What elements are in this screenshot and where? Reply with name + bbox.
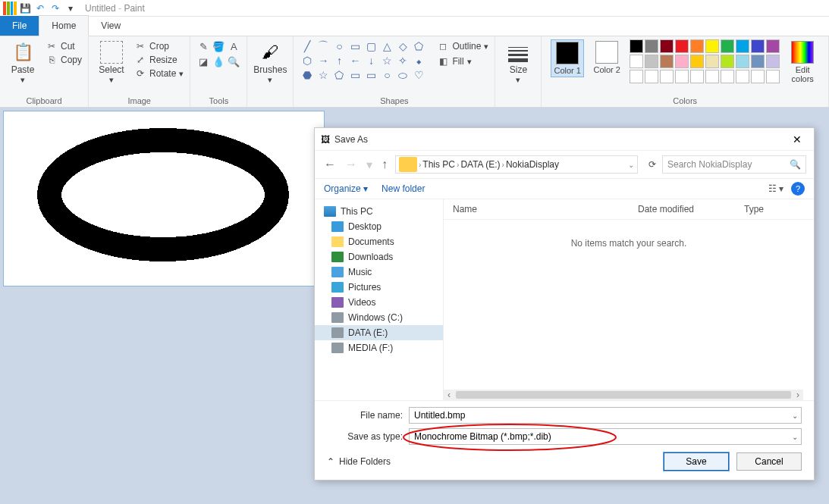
tree-drive-f[interactable]: MEDIA (F:) bbox=[315, 340, 443, 355]
tab-file[interactable]: File bbox=[0, 16, 39, 36]
palette-swatch-empty[interactable] bbox=[675, 70, 689, 83]
dialog-titlebar: 🖼 Save As ✕ bbox=[315, 128, 814, 151]
rotate-button[interactable]: ⟳Rotate ▾ bbox=[134, 67, 184, 80]
tree-drive-e[interactable]: DATA (E:) bbox=[315, 325, 443, 340]
tab-view[interactable]: View bbox=[89, 16, 133, 36]
palette-swatch-empty[interactable] bbox=[736, 70, 749, 83]
palette-swatch[interactable] bbox=[630, 39, 643, 53]
palette-swatch[interactable] bbox=[751, 39, 765, 53]
palette-swatch[interactable] bbox=[736, 55, 749, 68]
pencil-icon[interactable]: ✎ bbox=[196, 39, 210, 53]
zoom-icon[interactable]: 🔍 bbox=[227, 55, 240, 68]
save-icon[interactable]: 💾 bbox=[18, 2, 32, 15]
palette-swatch[interactable] bbox=[690, 55, 704, 68]
filename-field[interactable]: Untitled.bmp⌄ bbox=[409, 407, 802, 424]
eraser-icon[interactable]: ◪ bbox=[196, 55, 210, 68]
back-icon[interactable]: ← bbox=[322, 156, 338, 173]
folder-tree[interactable]: This PC Desktop Documents Downloads Musi… bbox=[315, 199, 444, 400]
palette-swatch-empty[interactable] bbox=[630, 70, 643, 83]
palette-swatch-empty[interactable] bbox=[645, 70, 658, 83]
column-headers[interactable]: Name Date modified Type bbox=[444, 199, 814, 220]
paste-button[interactable]: 📋 Paste▾ bbox=[6, 39, 39, 86]
horizontal-scrollbar[interactable]: ‹› bbox=[444, 390, 803, 400]
color1-button[interactable]: Color 1 bbox=[551, 39, 584, 77]
qat-customize-icon[interactable]: ▾ bbox=[64, 2, 77, 15]
palette-swatch-empty[interactable] bbox=[766, 70, 780, 83]
tree-downloads[interactable]: Downloads bbox=[315, 249, 443, 265]
breadcrumb[interactable]: › This PC› DATA (E:)› NokiaDisplay ⌄ bbox=[395, 155, 638, 174]
canvas[interactable] bbox=[3, 111, 325, 286]
tree-pictures[interactable]: Pictures bbox=[315, 280, 443, 295]
palette-swatch[interactable] bbox=[766, 39, 780, 53]
cut-button[interactable]: ✂Cut bbox=[46, 39, 82, 53]
palette-swatch[interactable] bbox=[645, 39, 658, 53]
edit-colors-button[interactable]: Edit colors bbox=[786, 39, 819, 85]
drawn-ellipse bbox=[34, 127, 292, 263]
text-icon[interactable]: A bbox=[227, 39, 240, 53]
palette-swatch[interactable] bbox=[736, 39, 749, 53]
palette-swatch[interactable] bbox=[690, 39, 704, 53]
hide-folders-button[interactable]: ⌃ Hide Folders bbox=[327, 456, 391, 467]
tree-this-pc[interactable]: This PC bbox=[315, 204, 443, 219]
picker-icon[interactable]: 💧 bbox=[212, 55, 225, 68]
tab-home[interactable]: Home bbox=[39, 15, 89, 36]
tool-grid[interactable]: ✎ 🪣 A ◪ 💧 🔍 bbox=[196, 39, 240, 68]
palette-swatch-empty[interactable] bbox=[751, 70, 765, 83]
palette-swatch-empty[interactable] bbox=[705, 70, 719, 83]
palette-swatch[interactable] bbox=[721, 55, 734, 68]
palette-swatch[interactable] bbox=[766, 55, 780, 68]
up-icon[interactable]: ↑ bbox=[380, 156, 389, 173]
palette-swatch-empty[interactable] bbox=[721, 70, 734, 83]
brushes-button[interactable]: 🖌 Brushes▾ bbox=[253, 39, 287, 86]
crop-button[interactable]: ✂Crop bbox=[134, 39, 184, 53]
chevron-down-icon[interactable]: ⌄ bbox=[792, 433, 798, 441]
palette-swatch[interactable] bbox=[645, 55, 658, 68]
palette-swatch[interactable] bbox=[675, 55, 689, 68]
tree-drive-c[interactable]: Windows (C:) bbox=[315, 310, 443, 325]
search-input[interactable]: Search NokiaDisplay 🔍 bbox=[662, 155, 806, 174]
group-label bbox=[517, 95, 520, 105]
select-button[interactable]: Select▾ bbox=[95, 39, 128, 86]
palette-swatch[interactable] bbox=[751, 55, 765, 68]
palette-swatch[interactable] bbox=[630, 55, 643, 68]
color2-button[interactable]: Color 2 bbox=[590, 39, 623, 76]
forward-icon[interactable]: → bbox=[344, 156, 359, 173]
cancel-button[interactable]: Cancel bbox=[736, 452, 802, 471]
col-name[interactable]: Name bbox=[453, 204, 638, 214]
shape-outline-button[interactable]: ◻Outline ▾ bbox=[437, 39, 488, 53]
file-list[interactable]: Name Date modified Type No items match y… bbox=[444, 199, 814, 400]
tree-documents[interactable]: Documents bbox=[315, 234, 443, 249]
tree-desktop[interactable]: Desktop bbox=[315, 219, 443, 234]
col-date[interactable]: Date modified bbox=[638, 204, 744, 214]
palette-swatch[interactable] bbox=[660, 55, 674, 68]
col-type[interactable]: Type bbox=[744, 204, 805, 214]
close-icon[interactable]: ✕ bbox=[787, 132, 808, 147]
palette-swatch[interactable] bbox=[675, 39, 689, 53]
resize-button[interactable]: ⤢Resize bbox=[134, 53, 184, 67]
new-folder-button[interactable]: New folder bbox=[382, 183, 425, 194]
palette-swatch-empty[interactable] bbox=[660, 70, 674, 83]
help-icon[interactable]: ? bbox=[791, 182, 805, 196]
palette-swatch[interactable] bbox=[705, 39, 719, 53]
save-button[interactable]: Save bbox=[664, 452, 729, 471]
color-palette[interactable] bbox=[630, 39, 780, 83]
redo-icon[interactable]: ↷ bbox=[49, 2, 62, 15]
refresh-icon[interactable]: ⟳ bbox=[648, 159, 656, 170]
tree-music[interactable]: Music bbox=[315, 265, 443, 280]
palette-swatch[interactable] bbox=[705, 55, 719, 68]
palette-swatch-empty[interactable] bbox=[690, 70, 704, 83]
organize-button[interactable]: Organize ▾ bbox=[324, 183, 368, 194]
tree-videos[interactable]: Videos bbox=[315, 295, 443, 310]
view-mode-icon[interactable]: ☷ ▾ bbox=[768, 183, 783, 194]
palette-swatch[interactable] bbox=[721, 39, 734, 53]
shape-fill-button[interactable]: ◧Fill ▾ bbox=[437, 55, 488, 68]
palette-swatch[interactable] bbox=[660, 39, 674, 53]
shape-gallery[interactable]: ╱⌒○▭▢△◇⬠ ⬡→↑←↓☆✧⬥ ⬣☆⬠▭▭○⬭♡ bbox=[300, 39, 426, 82]
group-label: Image bbox=[127, 95, 151, 105]
undo-icon[interactable]: ↶ bbox=[33, 2, 47, 15]
size-button[interactable]: Size▾ bbox=[501, 39, 535, 86]
chevron-down-icon[interactable]: ⌄ bbox=[792, 412, 798, 420]
recent-icon[interactable]: ▾ bbox=[365, 156, 374, 174]
bucket-icon[interactable]: 🪣 bbox=[212, 39, 225, 53]
copy-button[interactable]: ⎘Copy bbox=[46, 53, 82, 67]
